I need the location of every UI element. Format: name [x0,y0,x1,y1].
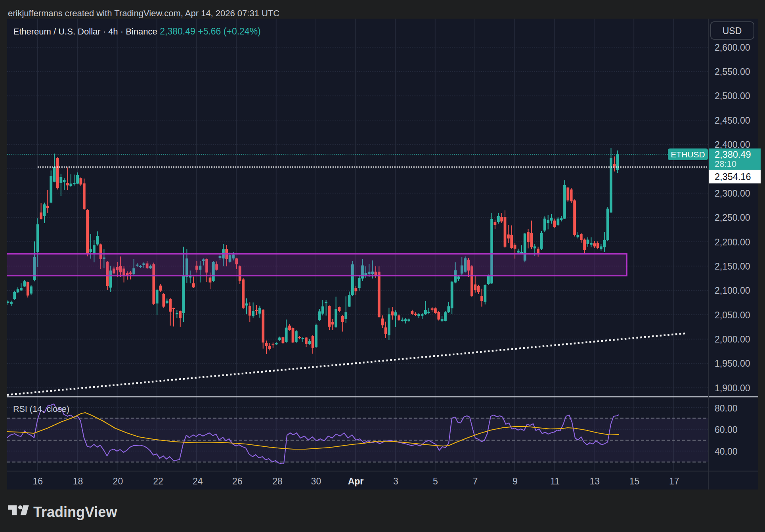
svg-text:1,900.00: 1,900.00 [715,383,750,393]
svg-text:28: 28 [272,476,283,486]
svg-text:2,100.00: 2,100.00 [715,285,750,296]
svg-text:9: 9 [513,476,518,486]
svg-text:2,600.00: 2,600.00 [715,42,750,53]
svg-text:erikjuffermans created with Tr: erikjuffermans created with TradingView.… [8,8,279,18]
svg-text:2,380.49 +5.66 (+0.24%): 2,380.49 +5.66 (+0.24%) [160,26,260,36]
svg-text:2,380.49: 2,380.49 [715,149,751,160]
svg-text:1,950.00: 1,950.00 [715,358,750,369]
svg-text:80.00: 80.00 [715,403,738,413]
svg-text:22: 22 [153,476,163,486]
svg-text:2,200.00: 2,200.00 [715,237,750,247]
svg-text:2,500.00: 2,500.00 [715,91,750,101]
svg-text:24: 24 [193,476,203,486]
svg-text:2,000.00: 2,000.00 [715,334,750,344]
svg-text:2,550.00: 2,550.00 [715,67,750,77]
svg-text:2,250.00: 2,250.00 [715,212,750,223]
svg-text:2,150.00: 2,150.00 [715,261,750,272]
svg-text:30: 30 [311,476,321,486]
svg-text:60.00: 60.00 [715,425,738,435]
svg-text:16: 16 [33,476,43,486]
svg-text:7: 7 [473,476,478,486]
svg-text:2,400.00: 2,400.00 [715,140,750,150]
svg-text:13: 13 [589,476,600,486]
svg-text:5: 5 [433,476,438,486]
svg-text:2,450.00: 2,450.00 [715,115,750,126]
svg-text:USD: USD [723,26,742,36]
svg-text:3: 3 [393,476,398,486]
svg-text:Ethereum / U.S. Dollar · 4h ·: Ethereum / U.S. Dollar · 4h · Binance [13,27,157,36]
svg-text:15: 15 [629,476,640,486]
svg-text:2,300.00: 2,300.00 [715,188,750,199]
svg-text:26: 26 [232,476,243,486]
svg-text:40.00: 40.00 [715,446,738,457]
svg-text:28:10: 28:10 [715,159,736,169]
svg-text:ETHUSD: ETHUSD [671,150,705,159]
svg-text:11: 11 [550,476,560,486]
svg-text:Apr: Apr [348,476,364,486]
svg-text:RSI (14, close): RSI (14, close) [13,404,69,414]
svg-text:TradingView: TradingView [33,504,117,520]
svg-text:18: 18 [73,476,83,486]
svg-text:2,354.16: 2,354.16 [715,172,751,182]
svg-text:17: 17 [669,476,679,486]
svg-text:2,050.00: 2,050.00 [715,310,750,320]
svg-text:20: 20 [113,476,123,486]
